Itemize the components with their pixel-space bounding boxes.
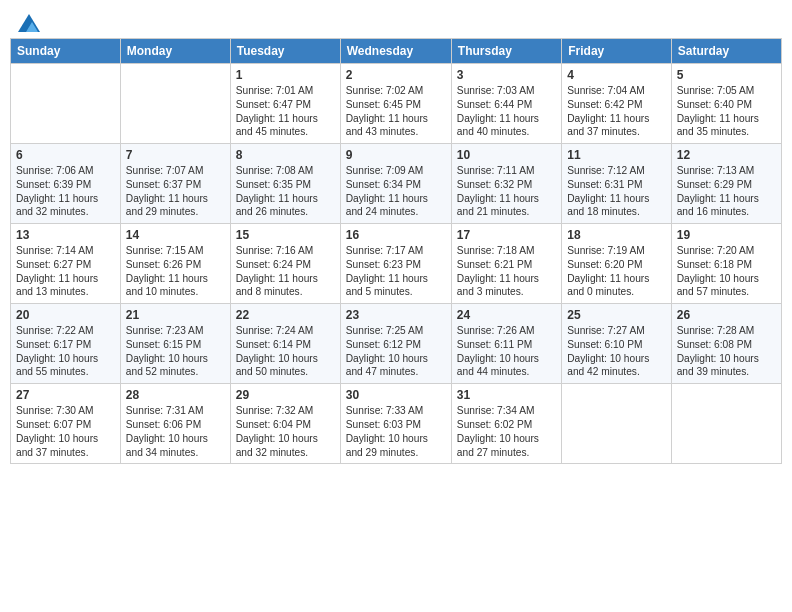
calendar-cell: 25Sunrise: 7:27 AM Sunset: 6:10 PM Dayli… — [562, 304, 671, 384]
day-content: Sunrise: 7:03 AM Sunset: 6:44 PM Dayligh… — [457, 84, 556, 139]
day-content: Sunrise: 7:20 AM Sunset: 6:18 PM Dayligh… — [677, 244, 776, 299]
day-content: Sunrise: 7:28 AM Sunset: 6:08 PM Dayligh… — [677, 324, 776, 379]
logo-icon — [18, 14, 40, 32]
calendar-cell: 19Sunrise: 7:20 AM Sunset: 6:18 PM Dayli… — [671, 224, 781, 304]
calendar-cell: 7Sunrise: 7:07 AM Sunset: 6:37 PM Daylig… — [120, 144, 230, 224]
calendar-cell: 3Sunrise: 7:03 AM Sunset: 6:44 PM Daylig… — [451, 64, 561, 144]
calendar-cell: 11Sunrise: 7:12 AM Sunset: 6:31 PM Dayli… — [562, 144, 671, 224]
calendar-cell: 24Sunrise: 7:26 AM Sunset: 6:11 PM Dayli… — [451, 304, 561, 384]
calendar-week-5: 27Sunrise: 7:30 AM Sunset: 6:07 PM Dayli… — [11, 384, 782, 464]
day-content: Sunrise: 7:02 AM Sunset: 6:45 PM Dayligh… — [346, 84, 446, 139]
day-content: Sunrise: 7:31 AM Sunset: 6:06 PM Dayligh… — [126, 404, 225, 459]
calendar-cell: 31Sunrise: 7:34 AM Sunset: 6:02 PM Dayli… — [451, 384, 561, 464]
calendar-week-4: 20Sunrise: 7:22 AM Sunset: 6:17 PM Dayli… — [11, 304, 782, 384]
day-number: 5 — [677, 68, 776, 82]
day-number: 11 — [567, 148, 665, 162]
day-number: 24 — [457, 308, 556, 322]
calendar-week-1: 1Sunrise: 7:01 AM Sunset: 6:47 PM Daylig… — [11, 64, 782, 144]
day-number: 8 — [236, 148, 335, 162]
calendar-cell — [671, 384, 781, 464]
day-content: Sunrise: 7:25 AM Sunset: 6:12 PM Dayligh… — [346, 324, 446, 379]
day-content: Sunrise: 7:18 AM Sunset: 6:21 PM Dayligh… — [457, 244, 556, 299]
day-number: 12 — [677, 148, 776, 162]
calendar-cell: 6Sunrise: 7:06 AM Sunset: 6:39 PM Daylig… — [11, 144, 121, 224]
calendar-cell: 4Sunrise: 7:04 AM Sunset: 6:42 PM Daylig… — [562, 64, 671, 144]
day-content: Sunrise: 7:19 AM Sunset: 6:20 PM Dayligh… — [567, 244, 665, 299]
day-content: Sunrise: 7:08 AM Sunset: 6:35 PM Dayligh… — [236, 164, 335, 219]
calendar-cell: 28Sunrise: 7:31 AM Sunset: 6:06 PM Dayli… — [120, 384, 230, 464]
calendar-header: SundayMondayTuesdayWednesdayThursdayFrid… — [11, 39, 782, 64]
day-content: Sunrise: 7:30 AM Sunset: 6:07 PM Dayligh… — [16, 404, 115, 459]
day-content: Sunrise: 7:33 AM Sunset: 6:03 PM Dayligh… — [346, 404, 446, 459]
day-content: Sunrise: 7:07 AM Sunset: 6:37 PM Dayligh… — [126, 164, 225, 219]
day-number: 29 — [236, 388, 335, 402]
day-number: 9 — [346, 148, 446, 162]
col-header-saturday: Saturday — [671, 39, 781, 64]
day-number: 27 — [16, 388, 115, 402]
day-number: 4 — [567, 68, 665, 82]
calendar-cell: 23Sunrise: 7:25 AM Sunset: 6:12 PM Dayli… — [340, 304, 451, 384]
day-number: 19 — [677, 228, 776, 242]
day-content: Sunrise: 7:17 AM Sunset: 6:23 PM Dayligh… — [346, 244, 446, 299]
day-number: 3 — [457, 68, 556, 82]
day-number: 18 — [567, 228, 665, 242]
day-number: 21 — [126, 308, 225, 322]
col-header-friday: Friday — [562, 39, 671, 64]
calendar-cell: 9Sunrise: 7:09 AM Sunset: 6:34 PM Daylig… — [340, 144, 451, 224]
calendar-cell — [562, 384, 671, 464]
day-number: 26 — [677, 308, 776, 322]
calendar-cell: 30Sunrise: 7:33 AM Sunset: 6:03 PM Dayli… — [340, 384, 451, 464]
day-number: 31 — [457, 388, 556, 402]
day-number: 16 — [346, 228, 446, 242]
calendar-cell: 13Sunrise: 7:14 AM Sunset: 6:27 PM Dayli… — [11, 224, 121, 304]
day-content: Sunrise: 7:32 AM Sunset: 6:04 PM Dayligh… — [236, 404, 335, 459]
day-content: Sunrise: 7:14 AM Sunset: 6:27 PM Dayligh… — [16, 244, 115, 299]
day-content: Sunrise: 7:12 AM Sunset: 6:31 PM Dayligh… — [567, 164, 665, 219]
calendar-cell: 20Sunrise: 7:22 AM Sunset: 6:17 PM Dayli… — [11, 304, 121, 384]
calendar-cell: 27Sunrise: 7:30 AM Sunset: 6:07 PM Dayli… — [11, 384, 121, 464]
day-content: Sunrise: 7:34 AM Sunset: 6:02 PM Dayligh… — [457, 404, 556, 459]
calendar-cell: 16Sunrise: 7:17 AM Sunset: 6:23 PM Dayli… — [340, 224, 451, 304]
day-content: Sunrise: 7:15 AM Sunset: 6:26 PM Dayligh… — [126, 244, 225, 299]
day-number: 20 — [16, 308, 115, 322]
day-content: Sunrise: 7:01 AM Sunset: 6:47 PM Dayligh… — [236, 84, 335, 139]
calendar-cell: 5Sunrise: 7:05 AM Sunset: 6:40 PM Daylig… — [671, 64, 781, 144]
calendar-body: 1Sunrise: 7:01 AM Sunset: 6:47 PM Daylig… — [11, 64, 782, 464]
day-content: Sunrise: 7:11 AM Sunset: 6:32 PM Dayligh… — [457, 164, 556, 219]
day-content: Sunrise: 7:23 AM Sunset: 6:15 PM Dayligh… — [126, 324, 225, 379]
calendar-cell: 1Sunrise: 7:01 AM Sunset: 6:47 PM Daylig… — [230, 64, 340, 144]
col-header-sunday: Sunday — [11, 39, 121, 64]
day-number: 28 — [126, 388, 225, 402]
col-header-monday: Monday — [120, 39, 230, 64]
day-number: 22 — [236, 308, 335, 322]
calendar-cell — [120, 64, 230, 144]
day-content: Sunrise: 7:05 AM Sunset: 6:40 PM Dayligh… — [677, 84, 776, 139]
calendar-cell: 2Sunrise: 7:02 AM Sunset: 6:45 PM Daylig… — [340, 64, 451, 144]
day-content: Sunrise: 7:26 AM Sunset: 6:11 PM Dayligh… — [457, 324, 556, 379]
day-content: Sunrise: 7:09 AM Sunset: 6:34 PM Dayligh… — [346, 164, 446, 219]
day-content: Sunrise: 7:27 AM Sunset: 6:10 PM Dayligh… — [567, 324, 665, 379]
day-content: Sunrise: 7:13 AM Sunset: 6:29 PM Dayligh… — [677, 164, 776, 219]
day-number: 2 — [346, 68, 446, 82]
calendar-cell: 21Sunrise: 7:23 AM Sunset: 6:15 PM Dayli… — [120, 304, 230, 384]
calendar-cell: 26Sunrise: 7:28 AM Sunset: 6:08 PM Dayli… — [671, 304, 781, 384]
calendar-cell: 15Sunrise: 7:16 AM Sunset: 6:24 PM Dayli… — [230, 224, 340, 304]
day-content: Sunrise: 7:04 AM Sunset: 6:42 PM Dayligh… — [567, 84, 665, 139]
calendar: SundayMondayTuesdayWednesdayThursdayFrid… — [0, 38, 792, 474]
calendar-cell: 12Sunrise: 7:13 AM Sunset: 6:29 PM Dayli… — [671, 144, 781, 224]
day-number: 25 — [567, 308, 665, 322]
calendar-cell: 10Sunrise: 7:11 AM Sunset: 6:32 PM Dayli… — [451, 144, 561, 224]
col-header-wednesday: Wednesday — [340, 39, 451, 64]
calendar-cell: 18Sunrise: 7:19 AM Sunset: 6:20 PM Dayli… — [562, 224, 671, 304]
calendar-week-3: 13Sunrise: 7:14 AM Sunset: 6:27 PM Dayli… — [11, 224, 782, 304]
day-number: 7 — [126, 148, 225, 162]
calendar-cell — [11, 64, 121, 144]
page-header — [0, 0, 792, 38]
day-content: Sunrise: 7:06 AM Sunset: 6:39 PM Dayligh… — [16, 164, 115, 219]
calendar-cell: 17Sunrise: 7:18 AM Sunset: 6:21 PM Dayli… — [451, 224, 561, 304]
logo — [16, 14, 40, 32]
day-number: 13 — [16, 228, 115, 242]
calendar-cell: 29Sunrise: 7:32 AM Sunset: 6:04 PM Dayli… — [230, 384, 340, 464]
col-header-thursday: Thursday — [451, 39, 561, 64]
calendar-cell: 22Sunrise: 7:24 AM Sunset: 6:14 PM Dayli… — [230, 304, 340, 384]
